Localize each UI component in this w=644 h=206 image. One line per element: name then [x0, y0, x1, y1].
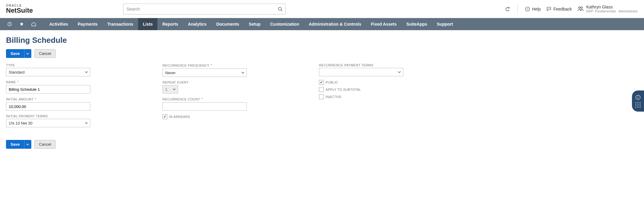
help-link[interactable]: ? Help: [525, 6, 541, 12]
page-body: Billing Schedule Save Cancel TYPE Standa…: [0, 30, 644, 160]
initial-amount-label: INITIAL AMOUNT: [6, 97, 33, 101]
field-recur-freq: RECURRENCE FREQUENCY* Never: [163, 63, 319, 77]
brand-logo: ORACLE NetSuite: [6, 4, 33, 14]
save-dropdown-button[interactable]: [24, 49, 31, 58]
type-value: Standard: [9, 70, 25, 74]
field-type: TYPE Standard: [6, 63, 163, 76]
recur-freq-select[interactable]: Never: [163, 68, 247, 77]
brand-bottom: NetSuite: [6, 7, 33, 14]
field-in-arrears: IN ARREARS: [163, 114, 319, 119]
required-icon: *: [201, 97, 203, 101]
form-col-1: TYPE Standard NAME* INITIAL AMOUNT* INIT…: [6, 63, 163, 131]
feedback-link[interactable]: Feedback: [546, 6, 572, 12]
type-select[interactable]: Standard: [6, 68, 90, 76]
global-search: [123, 4, 286, 14]
svg-line-1: [281, 10, 282, 11]
initial-terms-value: 1% 10 Net 30: [9, 121, 33, 125]
form-columns: TYPE Standard NAME* INITIAL AMOUNT* INIT…: [6, 63, 638, 131]
repeat-label: REPEAT EVERY: [163, 81, 189, 84]
in-arrears-label: IN ARREARS: [169, 115, 190, 119]
save-dropdown-button-bottom[interactable]: [24, 140, 31, 149]
save-button[interactable]: Save: [6, 49, 24, 58]
feedback-label: Feedback: [553, 7, 572, 11]
nav-star-icon[interactable]: [16, 18, 28, 30]
svg-point-11: [638, 96, 638, 97]
svg-point-6: [549, 8, 550, 9]
nav-transactions[interactable]: Transactions: [102, 18, 138, 30]
recur-terms-label: RECURRENCE PAYMENT TERMS: [319, 63, 373, 67]
form-col-3: RECURRENCE PAYMENT TERMS PUBLIC APPLY TO…: [319, 63, 475, 131]
in-arrears-checkbox[interactable]: [163, 114, 167, 119]
nav-support[interactable]: Support: [432, 18, 458, 30]
field-apply-subtotal: APPLY TO SUBTOTAL: [319, 87, 475, 92]
sync-button[interactable]: [505, 6, 510, 12]
app-header: ORACLE NetSuite ? Help Feedback: [0, 0, 644, 18]
nav-documents[interactable]: Documents: [212, 18, 244, 30]
nav-reports[interactable]: Reports: [157, 18, 183, 30]
required-icon: *: [211, 63, 212, 68]
name-input[interactable]: [6, 85, 90, 93]
form-col-2: RECURRENCE FREQUENCY* Never REPEAT EVERY…: [163, 63, 319, 131]
chevron-down-icon: [26, 144, 29, 145]
help-widget[interactable]: [632, 90, 644, 112]
initial-amount-input[interactable]: [6, 102, 90, 111]
header-right: ? Help Feedback Kathryn Glass ERP: Funda…: [505, 5, 638, 14]
save-button-bottom[interactable]: Save: [6, 140, 24, 149]
help-label: Help: [532, 7, 541, 11]
svg-point-4: [548, 8, 549, 9]
main-nav: Activities Payments Transactions Lists R…: [0, 18, 644, 30]
required-icon: *: [17, 80, 19, 84]
nav-home-icon[interactable]: [28, 18, 40, 30]
apply-subtotal-checkbox[interactable]: [319, 87, 324, 92]
nav-analytics[interactable]: Analytics: [183, 18, 211, 30]
cancel-button-bottom[interactable]: Cancel: [34, 140, 55, 149]
feedback-icon: [546, 6, 552, 12]
field-initial-terms: INITIAL PAYMENT TERMS 1% 10 Net 30: [6, 114, 163, 127]
field-inactive: INACTIVE: [319, 94, 475, 99]
help-icon: ?: [525, 6, 530, 12]
keypad-icon: [635, 102, 641, 108]
required-icon: *: [35, 97, 36, 101]
recur-terms-select[interactable]: [319, 68, 403, 76]
inactive-checkbox[interactable]: [319, 94, 324, 99]
recur-freq-value: Never: [165, 71, 176, 75]
user-menu[interactable]: Kathryn Glass ERP: Fundamentals · Admini…: [577, 5, 638, 14]
nav-setup[interactable]: Setup: [244, 18, 265, 30]
chevron-down-icon: [26, 53, 29, 55]
svg-rect-12: [638, 97, 638, 99]
nav-suiteapps[interactable]: SuiteApps: [401, 18, 432, 30]
action-row-bottom: Save Cancel: [6, 140, 638, 149]
search-icon: [278, 7, 283, 11]
nav-lists[interactable]: Lists: [138, 18, 158, 30]
initial-terms-select[interactable]: 1% 10 Net 30: [6, 119, 90, 127]
public-checkbox[interactable]: [319, 80, 324, 85]
recur-freq-label: RECURRENCE FREQUENCY: [163, 64, 209, 67]
info-icon: [635, 94, 641, 100]
svg-text:?: ?: [527, 8, 528, 11]
nav-payments[interactable]: Payments: [73, 18, 102, 30]
page-title: Billing Schedule: [6, 36, 638, 45]
repeat-select: 1: [163, 85, 178, 93]
save-button-group: Save: [6, 49, 31, 58]
svg-point-5: [549, 8, 549, 9]
apply-subtotal-label: APPLY TO SUBTOTAL: [326, 88, 361, 91]
search-input[interactable]: [123, 4, 286, 14]
inactive-label: INACTIVE: [326, 95, 342, 99]
sync-icon: [505, 6, 510, 12]
recur-count-input[interactable]: [163, 102, 247, 111]
nav-recent-icon[interactable]: [4, 18, 16, 30]
field-name: NAME*: [6, 80, 163, 93]
nav-customization[interactable]: Customization: [265, 18, 304, 30]
cancel-button[interactable]: Cancel: [34, 49, 55, 58]
field-recur-count: RECURRENCE COUNT*: [163, 97, 319, 111]
nav-fixed-assets[interactable]: Fixed Assets: [366, 18, 401, 30]
type-label: TYPE: [6, 63, 15, 67]
field-recur-terms: RECURRENCE PAYMENT TERMS: [319, 63, 475, 76]
search-button[interactable]: [275, 4, 286, 14]
nav-activities[interactable]: Activities: [45, 18, 73, 30]
nav-admin-controls[interactable]: Administration & Controls: [304, 18, 366, 30]
svg-point-0: [278, 7, 281, 10]
users-icon: [577, 5, 584, 12]
initial-terms-label: INITIAL PAYMENT TERMS: [6, 114, 48, 118]
field-repeat-every: REPEAT EVERY 1: [163, 81, 319, 93]
